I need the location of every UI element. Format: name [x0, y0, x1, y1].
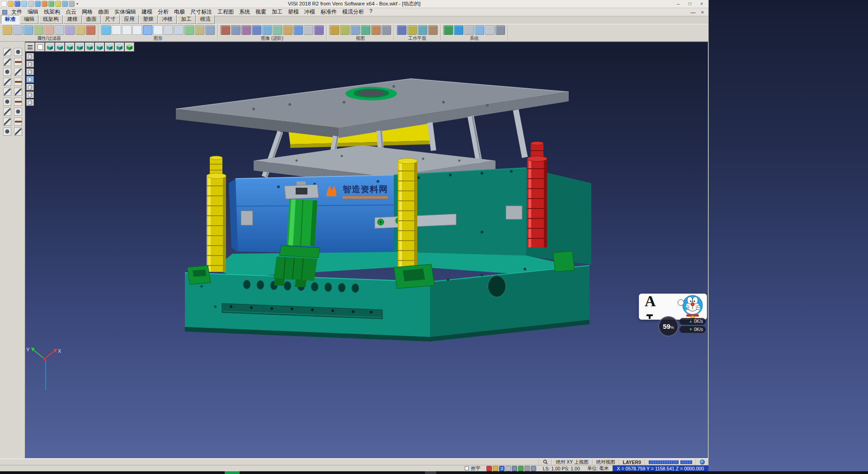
- options-icon[interactable]: [475, 25, 484, 35]
- dynamic-view-button[interactable]: [125, 43, 134, 52]
- menu-drawing[interactable]: 工程图: [215, 8, 236, 16]
- db-slot-4[interactable]: [26, 76, 34, 83]
- workplane-normal-icon[interactable]: [418, 25, 427, 35]
- view-blank-button[interactable]: [35, 43, 45, 52]
- lighting-icon[interactable]: [231, 25, 241, 35]
- counter-icon[interactable]: [3, 108, 11, 116]
- grid-settings-icon[interactable]: [485, 25, 495, 35]
- top-view-button[interactable]: [55, 43, 65, 52]
- refresh-icon[interactable]: [518, 466, 524, 471]
- modify-icon[interactable]: [14, 78, 22, 86]
- viewport-3d[interactable]: 智造资料网 Y X A: [25, 42, 708, 459]
- section-icon[interactable]: [273, 25, 282, 35]
- layer-color-bar-small[interactable]: [680, 460, 692, 464]
- sticker-widget[interactable]: A: [639, 294, 707, 320]
- dynamic-view-icon[interactable]: [314, 25, 324, 35]
- perspective-icon[interactable]: [174, 25, 184, 35]
- view-list-icon[interactable]: [112, 25, 121, 35]
- texture-icon[interactable]: [221, 25, 230, 35]
- delete-icon[interactable]: [14, 48, 22, 56]
- materials-icon[interactable]: [184, 25, 194, 35]
- shadow-icon[interactable]: [195, 25, 204, 35]
- compass-icon[interactable]: [512, 466, 517, 471]
- tab-machining[interactable]: 加工: [177, 15, 196, 24]
- globe-icon[interactable]: [700, 460, 705, 465]
- status-layer[interactable]: LAYER0: [619, 459, 645, 465]
- wcs-icon[interactable]: [3, 58, 11, 66]
- menu-die[interactable]: 冲模: [302, 8, 318, 16]
- new-file-icon[interactable]: [1, 1, 7, 7]
- maximize-button[interactable]: □: [684, 0, 696, 8]
- bottom-view-button[interactable]: [105, 43, 114, 52]
- left-view-button[interactable]: [85, 43, 94, 52]
- window-layout-icon[interactable]: [531, 466, 536, 471]
- erase-icon[interactable]: [14, 98, 22, 106]
- background-icon[interactable]: [205, 25, 215, 35]
- cnc-link-icon[interactable]: [495, 25, 505, 35]
- doc-minimize-button[interactable]: —: [691, 9, 696, 15]
- status-view-mode[interactable]: 绝对 XY 上视图: [552, 459, 592, 465]
- tab-surface[interactable]: 曲面: [82, 15, 101, 24]
- layers-icon[interactable]: [48, 1, 54, 7]
- percent-badge[interactable]: 59 %: [658, 316, 679, 337]
- menu-system[interactable]: 系统: [236, 8, 253, 16]
- display-icon[interactable]: [505, 466, 511, 471]
- zoom-window-icon[interactable]: [3, 48, 11, 56]
- mesh-icon[interactable]: [524, 466, 530, 471]
- note-icon[interactable]: [14, 88, 22, 96]
- solid-box-icon[interactable]: [3, 118, 11, 126]
- status-abs-view[interactable]: 绝对视图: [592, 459, 619, 465]
- minimize-button[interactable]: –: [672, 0, 684, 8]
- annotation-icon[interactable]: [304, 25, 313, 35]
- tab-dimension[interactable]: 尺寸: [101, 15, 120, 24]
- front-view-button[interactable]: [65, 43, 75, 52]
- menu-mold[interactable]: 塑模: [285, 8, 302, 16]
- taskbar-item-green[interactable]: [225, 471, 240, 474]
- mask-icon[interactable]: [65, 25, 75, 35]
- properties-icon[interactable]: [75, 25, 85, 35]
- isometric-icon[interactable]: [3, 88, 11, 96]
- db-slot-7[interactable]: [26, 99, 34, 106]
- workplane-manage-icon[interactable]: [428, 25, 438, 35]
- iso-view-button[interactable]: [45, 43, 55, 52]
- tab-modeling[interactable]: 建模: [63, 15, 82, 24]
- zoom-all-icon[interactable]: [330, 25, 339, 35]
- clipboard-icon[interactable]: [14, 128, 22, 136]
- taskbar-item-gray[interactable]: [425, 471, 436, 474]
- db-slot-6[interactable]: [26, 91, 34, 98]
- named-views-icon[interactable]: [382, 25, 391, 35]
- compare-icon[interactable]: [283, 25, 292, 35]
- db-slot-1[interactable]: [26, 53, 34, 60]
- edit-point-icon[interactable]: [14, 68, 22, 76]
- selection-filter-icon[interactable]: [55, 25, 64, 35]
- layer-2-icon[interactable]: 2: [499, 466, 505, 471]
- shaded-edges-icon[interactable]: [153, 25, 163, 35]
- menu-flow-analysis[interactable]: 模流分析: [340, 8, 367, 16]
- rotate-icon[interactable]: [3, 78, 11, 86]
- grid-snap-icon[interactable]: [493, 466, 498, 471]
- measure-icon[interactable]: [55, 1, 61, 7]
- db-slot-3[interactable]: [26, 68, 34, 75]
- snap-checkbox[interactable]: [465, 466, 469, 470]
- element-filter-icon[interactable]: [44, 25, 54, 35]
- wireframe-icon[interactable]: [122, 25, 132, 35]
- layer-grid-icon[interactable]: [3, 128, 11, 136]
- translate-icon[interactable]: [3, 68, 11, 76]
- view-menu-button[interactable]: [25, 43, 35, 52]
- attributes-icon[interactable]: [3, 25, 12, 35]
- workplane-create-icon[interactable]: [397, 25, 406, 35]
- camera-icon[interactable]: [241, 25, 251, 35]
- sketch-icon[interactable]: [14, 58, 22, 66]
- material-icon[interactable]: [42, 1, 47, 7]
- save-icon[interactable]: [14, 1, 20, 7]
- profile-icon[interactable]: [464, 25, 474, 35]
- tab-standard[interactable]: 标准: [1, 15, 19, 24]
- status-zoom[interactable]: [539, 459, 552, 465]
- menu-help[interactable]: ?: [367, 8, 375, 14]
- close-button[interactable]: ×: [696, 0, 708, 8]
- animation-icon[interactable]: [262, 25, 272, 35]
- rotate-view-icon[interactable]: [361, 25, 370, 35]
- tab-application[interactable]: 应用: [120, 15, 139, 24]
- view-mode-icon[interactable]: [35, 1, 41, 7]
- ruler-icon[interactable]: [14, 108, 22, 116]
